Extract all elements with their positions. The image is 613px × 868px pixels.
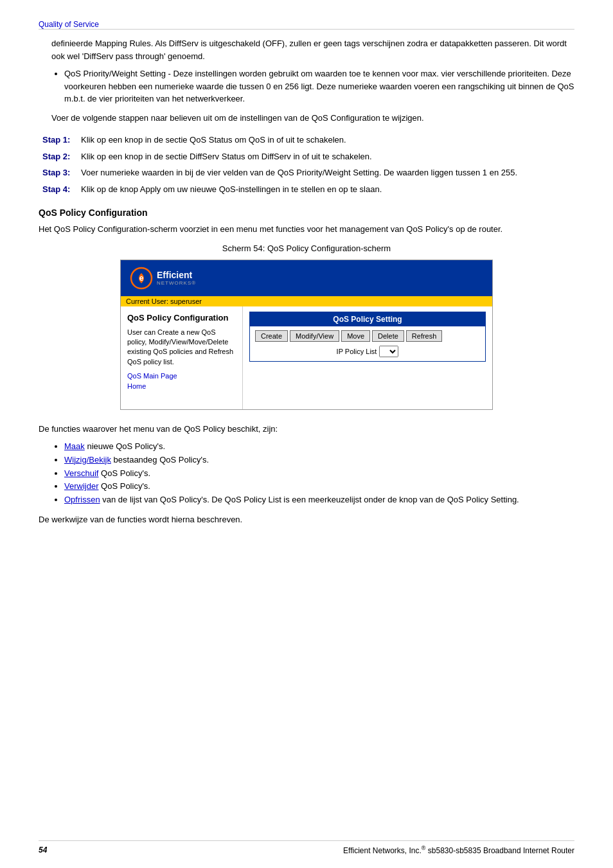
logo-subtext: NETWORKS® [157, 280, 196, 286]
feature-item-1: Maak nieuwe QoS Policy's. [64, 440, 574, 454]
feature-text-1: nieuwe QoS Policy's. [85, 441, 165, 451]
feature-text-2: bestaandeg QoS Policy's. [111, 455, 209, 465]
logo-text-block: Efficient NETWORKS® [157, 270, 196, 286]
router-body: QoS Policy Configuration User can Create… [121, 306, 492, 409]
step-2-label: Stap 2: [39, 148, 77, 165]
footer-company: Efficient Networks, Inc. [343, 846, 422, 855]
section-description: Het QoS Policy Configuration-scherm voor… [39, 223, 574, 236]
sidebar-link-qos-main[interactable]: QoS Main Page [127, 372, 236, 380]
step-row-1: Stap 1: Klik op een knop in de sectie Qo… [39, 132, 574, 148]
step-row-3: Stap 3: Voer numerieke waarden in bij de… [39, 164, 574, 181]
footer-title-text: Efficient Networks, Inc.® sb5830-sb5835 … [343, 845, 574, 855]
final-text: De werkwijze van de functies wordt hiern… [39, 515, 574, 524]
move-button[interactable]: Move [341, 330, 370, 342]
section-title: QoS Policy Configuration [39, 208, 574, 218]
dropdown-label: IP Policy List [337, 348, 377, 355]
logo-graphic: e [130, 267, 153, 290]
logo-svg: e [130, 267, 153, 290]
breadcrumb-link[interactable]: Quality of Service [39, 20, 99, 29]
panel-body: Create Modify/View Move Delete Refresh I… [250, 326, 485, 361]
breadcrumb[interactable]: Quality of Service [39, 19, 574, 29]
intro-bullet-list: QoS Priority/Weight Setting - Deze inste… [64, 67, 574, 105]
qos-policy-panel: QoS Policy Setting Create Modify/View Mo… [249, 312, 486, 362]
router-screen: e Efficient NETWORKS® Current User: supe… [120, 260, 493, 410]
step-row-4: Stap 4: Klik op de knop Apply om uw nieu… [39, 181, 574, 198]
page-footer: 54 Efficient Networks, Inc.® sb5830-sb58… [39, 840, 574, 855]
step-4-text: Klik op de knop Apply om uw nieuwe QoS-i… [77, 181, 574, 198]
top-divider [39, 29, 574, 30]
step-row-2: Stap 2: Klik op een knop in de sectie Di… [39, 148, 574, 165]
steps-intro: Voer de volgende stappen naar believen u… [51, 112, 574, 125]
footer-page-number: 54 [39, 846, 47, 855]
steps-table: Stap 1: Klik op een knop in de sectie Qo… [39, 132, 574, 197]
footer-subtitle: sb5830-sb5835 Broadband Internet Router [426, 846, 575, 855]
step-3-text: Voer numerieke waarden in bij de vier ve… [77, 164, 574, 181]
step-2-text: Klik op een knop in de sectie DiffServ S… [77, 148, 574, 165]
feature-link-opfrissen[interactable]: Opfrissen [64, 495, 100, 504]
feature-item-4: Verwijder QoS Policy's. [64, 480, 574, 493]
user-bar: Current User: superuser [121, 296, 492, 306]
sidebar-description: User can Create a new QoS policy, Modify… [127, 328, 236, 368]
sidebar-panel-title: QoS Policy Configuration [127, 313, 236, 323]
sidebar-link-home[interactable]: Home [127, 382, 236, 390]
feature-text-4: QoS Policy's. [98, 481, 150, 491]
step-4-label: Stap 4: [39, 181, 77, 198]
dropdown-row: IP Policy List [255, 346, 480, 357]
feature-item-3: Verschuif QoS Policy's. [64, 467, 574, 481]
svg-text:e: e [139, 274, 144, 283]
step-3-label: Stap 3: [39, 164, 77, 181]
router-header: e Efficient NETWORKS® [121, 260, 492, 296]
router-content: QoS Policy Setting Create Modify/View Mo… [243, 306, 492, 409]
button-row: Create Modify/View Move Delete Refresh [255, 330, 480, 342]
ip-policy-list-select[interactable] [379, 346, 398, 357]
create-button[interactable]: Create [255, 330, 288, 342]
logo-brand-text: Efficient [157, 270, 196, 280]
feature-link-wijzig[interactable]: Wijzig/Bekijk [64, 455, 111, 465]
screen-caption: Scherm 54: QoS Policy Configuration-sche… [39, 244, 574, 253]
bullet-item-1: QoS Priority/Weight Setting - Deze inste… [64, 67, 574, 105]
step-1-label: Stap 1: [39, 132, 77, 148]
feature-text-5: van de lijst van QoS Policy's. De QoS Po… [100, 495, 519, 504]
footer-trademark: ® [422, 845, 426, 851]
router-logo: e Efficient NETWORKS® [130, 267, 196, 290]
router-sidebar: QoS Policy Configuration User can Create… [121, 306, 243, 409]
feature-item-2: Wijzig/Bekijk bestaandeg QoS Policy's. [64, 454, 574, 467]
feature-text-3: QoS Policy's. [98, 468, 150, 478]
refresh-button[interactable]: Refresh [406, 330, 443, 342]
feature-link-verwijder[interactable]: Verwijder [64, 481, 98, 491]
modify-view-button[interactable]: Modify/View [290, 330, 339, 342]
bottom-intro: De functies waarover het menu van de QoS… [39, 423, 574, 436]
step-1-text: Klik op een knop in de sectie QoS Status… [77, 132, 574, 148]
feature-link-maak[interactable]: Maak [64, 441, 85, 451]
intro-paragraph-1: definieerde Mapping Rules. Als DiffServ … [51, 37, 574, 62]
feature-list: Maak nieuwe QoS Policy's. Wijzig/Bekijk … [64, 440, 574, 507]
delete-button[interactable]: Delete [372, 330, 404, 342]
panel-header: QoS Policy Setting [250, 312, 485, 326]
feature-item-5: Opfrissen van de lijst van QoS Policy's.… [64, 493, 574, 507]
feature-link-verschuif[interactable]: Verschuif [64, 468, 98, 478]
